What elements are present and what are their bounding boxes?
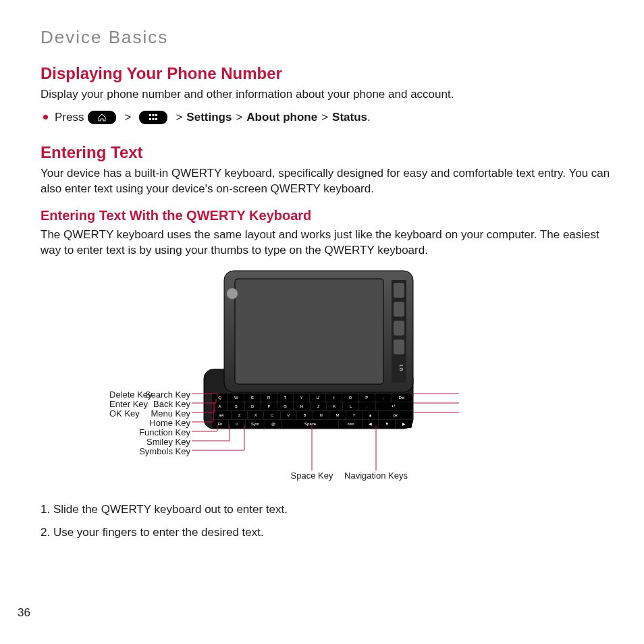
section-displaying-number-title: Displaying Your Phone Number [41, 64, 610, 83]
step-2: 2. Use your fingers to enter the desired… [41, 526, 610, 539]
svg-rect-5 [155, 118, 157, 120]
label-delete-key: Delete Key [109, 390, 190, 400]
subsection-qwerty-intro: The QWERTY keyboard uses the same layout… [41, 227, 610, 259]
label-home-key: Home Key [109, 418, 190, 428]
step-1: 1. Slide the QWERTY keyboard out to ente… [41, 503, 610, 516]
gt-3: > [236, 111, 242, 124]
label-function-key: Function Key [109, 427, 190, 437]
label-navigation-keys: Navigation Keys [339, 471, 413, 481]
svg-rect-3 [149, 118, 151, 120]
label-symbols-key: Symbols Key [109, 446, 190, 456]
page-number: 36 [18, 606, 30, 620]
gt-2: > [176, 111, 182, 124]
press-label: Press [55, 111, 84, 124]
page-header: Device Basics [41, 27, 610, 48]
svg-rect-4 [153, 118, 155, 120]
svg-rect-0 [149, 114, 151, 116]
subsection-qwerty-title: Entering Text With the QWERTY Keyboard [41, 208, 610, 223]
label-smiley-key: Smiley Key [109, 437, 190, 447]
label-ok-key: OK Key [109, 408, 190, 419]
path-about-phone: About phone [246, 111, 317, 124]
press-path-bullet: Press > > Settings > About phone > Statu… [43, 111, 610, 124]
gt-4: > [321, 111, 328, 124]
gt-1: > [124, 111, 131, 124]
label-space-key: Space Key [275, 471, 349, 481]
home-key-icon [88, 111, 116, 124]
entering-text-intro: Your device has a built-in QWERTY keyboa… [41, 166, 610, 197]
svg-rect-2 [155, 114, 157, 116]
svg-rect-1 [153, 114, 155, 116]
path-status: Status [332, 111, 367, 124]
section-entering-text-title: Entering Text [41, 143, 610, 162]
label-enter-key: Enter Key [109, 399, 190, 409]
path-settings: Settings [186, 111, 232, 124]
displaying-number-intro: Display your phone number and other info… [41, 87, 610, 103]
period: . [367, 111, 371, 124]
bullet-icon [43, 115, 48, 119]
callout-lines [109, 268, 541, 491]
keyboard-diagram: LG Q W E R T Y U I [109, 268, 541, 491]
apps-key-icon [139, 111, 167, 124]
